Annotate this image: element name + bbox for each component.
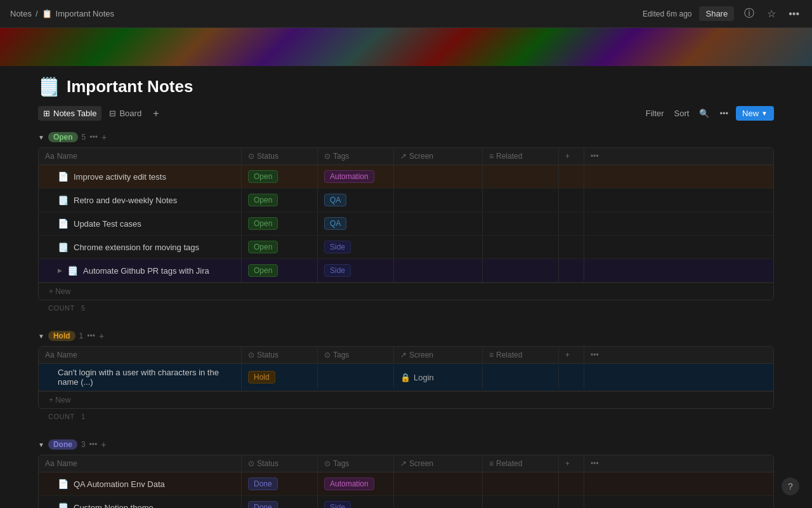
tag-badge: QA (324, 194, 346, 206)
help-button[interactable]: ? (782, 478, 799, 495)
col-screen-header: ↗ Screen (394, 148, 483, 164)
group-hold-badge: Hold (48, 331, 75, 341)
toolbar: ⊞ Notes Table ⊟ Board + Filter Sort 🔍 ••… (38, 106, 774, 121)
status-badge: Hold (248, 371, 275, 384)
table-row[interactable]: 🗒️ Custom Notion theme Done Side (39, 496, 773, 508)
row-name: Retro and dev-weekly Notes (74, 196, 177, 205)
row-status-cell: Open (242, 165, 318, 188)
col-add-header[interactable]: + (559, 455, 584, 472)
related-col-label: Related (496, 351, 522, 359)
share-button[interactable]: Share (699, 6, 734, 21)
row-tags-cell: Automation (318, 165, 394, 188)
col-name-header: Aa Name (39, 455, 242, 472)
group-hold-header[interactable]: ▼ Hold 1 ••• + (38, 328, 774, 344)
row-status-cell: Open (242, 259, 318, 282)
row-status-cell: Open (242, 189, 318, 211)
screen-col-icon: ↗ (400, 351, 407, 359)
sort-button[interactable]: Sort (672, 107, 692, 119)
table-hold-header: Aa Name ⊙ Status ⊙ Tags ↗ Screen ≡ Rel (39, 347, 773, 364)
star-icon[interactable]: ☆ (764, 6, 778, 21)
tab-board[interactable]: ⊟ Board (104, 106, 147, 121)
status-badge: Done (248, 501, 278, 508)
col-screen-header: ↗ Screen (394, 455, 483, 472)
row-screen-cell (394, 259, 483, 282)
table-row[interactable]: Can't login with a user with characters … (39, 364, 773, 391)
row-add-cell (559, 189, 584, 211)
add-new-open-button[interactable]: + New (39, 283, 773, 300)
tag-badge: Side (324, 241, 351, 253)
group-open-add-button[interactable]: + (102, 132, 107, 142)
screen-value: Login (414, 373, 434, 382)
row-related-cell (483, 165, 559, 188)
col-more-header[interactable]: ••• (584, 455, 610, 472)
row-doc-icon: 🗒️ (58, 502, 69, 508)
row-add-cell (559, 212, 584, 235)
group-hold: ▼ Hold 1 ••• + Aa Name ⊙ Status ⊙ Tags (38, 328, 774, 424)
table-row[interactable]: 🗒️ Chrome extension for moving tags Open… (39, 236, 773, 259)
row-expand-icon[interactable]: ▶ (58, 267, 62, 274)
col-more-header[interactable]: ••• (584, 148, 610, 164)
row-screen-cell (394, 472, 483, 495)
screen-col-label: Screen (409, 459, 433, 468)
add-new-hold-button[interactable]: + New (39, 391, 773, 408)
col-add-header[interactable]: + (559, 148, 584, 164)
table-icon: ⊞ (43, 109, 50, 118)
row-screen-cell: 🔒 Login (394, 366, 483, 389)
status-col-label: Status (257, 459, 278, 468)
col-status-header: ⊙ Status (242, 148, 318, 164)
row-doc-icon: 🗒️ (58, 242, 69, 252)
group-hold-count: 1 (79, 331, 84, 340)
row-name-cell: 🗒️ Retro and dev-weekly Notes (39, 189, 242, 211)
group-done-badge: Done (48, 439, 77, 450)
breadcrumb-parent[interactable]: Notes (10, 9, 32, 18)
group-open-chevron-icon: ▼ (38, 134, 44, 141)
group-hold-chevron-icon: ▼ (38, 333, 44, 340)
group-open-table: Aa Name ⊙ Status ⊙ Tags ↗ Screen ≡ Rel (38, 147, 774, 300)
col-more-header[interactable]: ••• (584, 347, 610, 363)
table-row[interactable]: 📄 QA Automation Env Data Done Automation (39, 472, 773, 496)
related-col-icon: ≡ (489, 152, 494, 161)
col-status-header: ⊙ Status (242, 455, 318, 472)
group-done-header[interactable]: ▼ Done 3 ••• + (38, 437, 774, 452)
status-col-icon: ⊙ (248, 152, 254, 161)
status-col-icon: ⊙ (248, 351, 254, 359)
more-options-icon[interactable]: ••• (786, 7, 802, 21)
group-open-header[interactable]: ▼ Open 5 ••• + (38, 130, 774, 145)
row-more-cell (584, 259, 610, 282)
row-name: Can't login with a user with characters … (58, 368, 235, 387)
group-done-add-button[interactable]: + (101, 439, 106, 450)
add-view-button[interactable]: + (149, 107, 162, 121)
tag-badge: Automation (324, 170, 374, 183)
open-count-label: COUNT (48, 304, 74, 312)
table-row[interactable]: ▶ 🗒️ Automate Github PR tags with Jira O… (39, 259, 773, 283)
group-done-table: Aa Name ⊙ Status ⊙ Tags ↗ Screen ≡ Rel (38, 455, 774, 508)
table-row[interactable]: 📄 Improve activity edit tests Open Autom… (39, 165, 773, 189)
filter-button[interactable]: Filter (643, 107, 667, 119)
more-views-button[interactable]: ••• (717, 107, 731, 119)
group-done-more-icon[interactable]: ••• (89, 440, 98, 449)
row-doc-icon: 📄 (58, 171, 69, 182)
table-row[interactable]: 🗒️ Retro and dev-weekly Notes Open QA (39, 189, 773, 212)
group-hold-add-button[interactable]: + (99, 331, 104, 341)
status-badge: Open (248, 264, 278, 277)
status-badge: Open (248, 194, 278, 206)
new-button[interactable]: New ▼ (736, 106, 774, 121)
row-more-cell (584, 366, 610, 389)
group-hold-more-icon[interactable]: ••• (87, 331, 95, 340)
col-screen-header: ↗ Screen (394, 347, 483, 363)
info-icon[interactable]: ⓘ (742, 6, 757, 22)
row-more-cell (584, 165, 610, 188)
search-icon[interactable]: 🔍 (697, 107, 712, 119)
status-badge: Done (248, 478, 278, 490)
group-open-more-icon[interactable]: ••• (89, 133, 98, 142)
table-row[interactable]: 📄 Update Test cases Open QA (39, 212, 773, 236)
row-more-cell (584, 189, 610, 211)
col-add-header[interactable]: + (559, 347, 584, 363)
row-tags-cell: QA (318, 189, 394, 211)
tab-notes-table[interactable]: ⊞ Notes Table (38, 106, 102, 121)
row-add-cell (559, 366, 584, 389)
col-related-header: ≡ Related (483, 455, 559, 472)
screen-col-label: Screen (409, 152, 433, 161)
row-doc-icon: 🗒️ (58, 195, 69, 205)
row-name: Improve activity edit tests (74, 172, 166, 182)
